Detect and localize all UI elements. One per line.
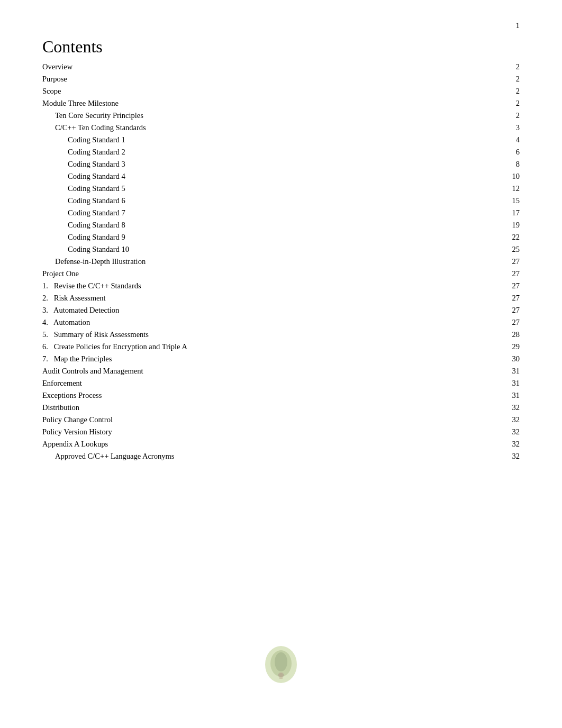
toc-entry-text: Coding Standard 7 [42,207,459,219]
toc-row: Coding Standard 819 [42,219,520,231]
toc-entry-text: 3. Automated Detection [42,304,459,316]
toc-entry-text: Audit Controls and Management [42,365,459,377]
toc-row: Scope2 [42,85,520,97]
toc-row: Appendix A Lookups32 [42,438,520,450]
toc-entry-text: 1. Revise the C/C++ Standards [42,280,459,292]
watermark-logo [260,643,302,686]
toc-entry-text: Coding Standard 4 [42,170,459,183]
toc-entry-text: Policy Version History [42,426,459,438]
toc-entry-page: 2 [459,73,520,85]
toc-entry-text: Scope [42,85,459,97]
toc-row: Coding Standard 717 [42,207,520,219]
toc-entry-page: 32 [459,450,520,462]
toc-entry-text: Policy Change Control [42,414,459,426]
toc-entry-page: 29 [459,341,520,353]
toc-row: Distribution32 [42,402,520,414]
toc-row: Coding Standard 14 [42,134,520,146]
toc-row: Ten Core Security Principles2 [42,110,520,122]
toc-entry-text: Exceptions Process [42,389,459,402]
toc-entry-page: 12 [459,183,520,195]
toc-entry-text: Project One [42,268,459,280]
toc-row: Policy Version History32 [42,426,520,438]
toc-row: Audit Controls and Management31 [42,365,520,377]
page: 1 Contents Overview2Purpose2Scope2Module… [0,0,562,728]
toc-entry-page: 27 [459,280,520,292]
toc-entry-text: Overview [42,61,459,73]
contents-title: Contents [42,37,520,57]
toc-row: Approved C/C++ Language Acronyms32 [42,450,520,462]
toc-row: Module Three Milestone2 [42,97,520,110]
toc-entry-text: C/C++ Ten Coding Standards [42,122,459,134]
toc-entry-page: 15 [459,195,520,207]
toc-entry-text: Coding Standard 3 [42,158,459,170]
toc-entry-text: Coding Standard 6 [42,195,459,207]
svg-rect-4 [279,672,283,679]
toc-row: Coding Standard 1025 [42,243,520,256]
toc-entry-page: 32 [459,414,520,426]
toc-entry-page: 28 [459,329,520,341]
toc-row: Coding Standard 26 [42,146,520,158]
toc-entry-text: 5. Summary of Risk Assessments [42,329,459,341]
toc-row: 1. Revise the C/C++ Standards27 [42,280,520,292]
toc-entry-text: Appendix A Lookups [42,438,459,450]
toc-entry-page: 22 [459,231,520,243]
toc-entry-page: 2 [459,61,520,73]
toc-entry-page: 32 [459,426,520,438]
toc-row: Coding Standard 512 [42,183,520,195]
toc-entry-page: 17 [459,207,520,219]
toc-entry-text: Coding Standard 9 [42,231,459,243]
toc-entry-text: 7. Map the Principles [42,353,459,365]
toc-entry-text: 6. Create Policies for Encryption and Tr… [42,341,459,353]
toc-entry-page: 2 [459,85,520,97]
toc-entry-text: Defense-in-Depth Illustration [42,256,459,268]
toc-entry-page: 27 [459,268,520,280]
toc-entry-page: 27 [459,316,520,329]
toc-entry-page: 4 [459,134,520,146]
toc-row: 3. Automated Detection27 [42,304,520,316]
toc-entry-page: 2 [459,110,520,122]
toc-entry-page: 27 [459,256,520,268]
toc-entry-text: Coding Standard 2 [42,146,459,158]
toc-row: Defense-in-Depth Illustration27 [42,256,520,268]
toc-row: Coding Standard 922 [42,231,520,243]
toc-entry-page: 3 [459,122,520,134]
toc-entry-text: Approved C/C++ Language Acronyms [42,450,459,462]
toc-entry-page: 19 [459,219,520,231]
page-number-top: 1 [516,21,520,30]
toc-table: Overview2Purpose2Scope2Module Three Mile… [42,61,520,462]
toc-entry-page: 10 [459,170,520,183]
toc-entry-page: 31 [459,365,520,377]
toc-row: 2. Risk Assessment27 [42,292,520,304]
toc-entry-text: Ten Core Security Principles [42,110,459,122]
toc-row: Enforcement31 [42,377,520,389]
svg-point-2 [275,652,287,671]
toc-entry-text: Module Three Milestone [42,97,459,110]
toc-entry-text: Purpose [42,73,459,85]
toc-entry-page: 8 [459,158,520,170]
toc-entry-page: 32 [459,402,520,414]
toc-row: 5. Summary of Risk Assessments28 [42,329,520,341]
toc-entry-text: 4. Automation [42,316,459,329]
toc-row: Coding Standard 615 [42,195,520,207]
toc-entry-page: 27 [459,292,520,304]
toc-row: C/C++ Ten Coding Standards3 [42,122,520,134]
toc-row: 4. Automation27 [42,316,520,329]
toc-entry-page: 2 [459,97,520,110]
toc-entry-text: Coding Standard 1 [42,134,459,146]
toc-entry-text: Coding Standard 8 [42,219,459,231]
toc-entry-text: Distribution [42,402,459,414]
toc-row: Exceptions Process31 [42,389,520,402]
toc-row: Coding Standard 410 [42,170,520,183]
toc-entry-page: 25 [459,243,520,256]
toc-row: 6. Create Policies for Encryption and Tr… [42,341,520,353]
toc-row: Purpose2 [42,73,520,85]
toc-entry-text: 2. Risk Assessment [42,292,459,304]
toc-row: Coding Standard 38 [42,158,520,170]
toc-row: Project One27 [42,268,520,280]
toc-row: Overview2 [42,61,520,73]
toc-entry-page: 32 [459,438,520,450]
toc-entry-page: 31 [459,389,520,402]
toc-entry-text: Coding Standard 5 [42,183,459,195]
toc-row: Policy Change Control32 [42,414,520,426]
toc-entry-text: Enforcement [42,377,459,389]
